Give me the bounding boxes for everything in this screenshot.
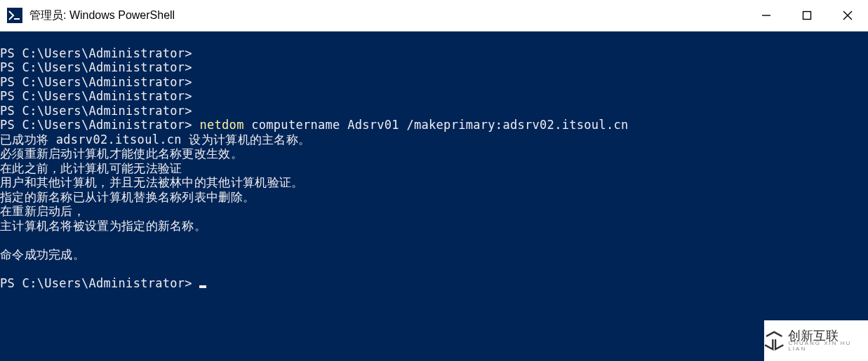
maximize-button[interactable] bbox=[787, 0, 827, 31]
close-button[interactable] bbox=[827, 0, 868, 31]
watermark-text: 创新互联 CHUANG XIN HU LIAN bbox=[788, 329, 868, 352]
output-line: 必须重新启动计算机才能使此名称更改生效。 bbox=[0, 147, 243, 161]
output-line: 在重新启动后， bbox=[0, 204, 85, 218]
prompt-line: PS C:\Users\Administrator> bbox=[0, 60, 192, 74]
output-line: 主计算机名将被设置为指定的新名称。 bbox=[0, 219, 206, 233]
svg-rect-2 bbox=[803, 12, 811, 20]
output-line: 在此之前，此计算机可能无法验证 bbox=[0, 161, 182, 175]
output-line: 指定的新名称已从计算机替换名称列表中删除。 bbox=[0, 190, 255, 204]
title-left: 管理员: Windows PowerShell bbox=[0, 8, 175, 23]
window-controls bbox=[746, 0, 868, 31]
prompt-line: PS C:\Users\Administrator> bbox=[0, 118, 192, 132]
command-args: computername Adsrv01 /makeprimary:adsrv0… bbox=[244, 118, 629, 132]
watermark-badge: 创新互联 CHUANG XIN HU LIAN bbox=[764, 320, 868, 361]
terminal-output[interactable]: PS C:\Users\Administrator> PS C:\Users\A… bbox=[0, 32, 868, 290]
output-line: 用户和其他计算机，并且无法被林中的其他计算机验证。 bbox=[0, 175, 304, 189]
window-title: 管理员: Windows PowerShell bbox=[29, 8, 175, 23]
prompt-line: PS C:\Users\Administrator> bbox=[0, 89, 192, 103]
window-title-bar: 管理员: Windows PowerShell bbox=[0, 0, 868, 32]
prompt-line: PS C:\Users\Administrator> bbox=[0, 104, 192, 118]
powershell-icon bbox=[7, 8, 22, 23]
output-line: 已成功将 adsrv02.itsoul.cn 设为计算机的主名称。 bbox=[0, 132, 310, 147]
command-exe: netdom bbox=[199, 118, 243, 132]
minimize-button[interactable] bbox=[746, 0, 787, 31]
prompt-line: PS C:\Users\Administrator> bbox=[0, 46, 192, 60]
output-line: 命令成功完成。 bbox=[0, 247, 85, 261]
prompt-line: PS C:\Users\Administrator> bbox=[0, 276, 192, 290]
cursor bbox=[199, 285, 206, 288]
watermark-logo-icon bbox=[764, 330, 784, 351]
watermark-sub: CHUANG XIN HU LIAN bbox=[788, 341, 868, 352]
prompt-line: PS C:\Users\Administrator> bbox=[0, 75, 192, 89]
